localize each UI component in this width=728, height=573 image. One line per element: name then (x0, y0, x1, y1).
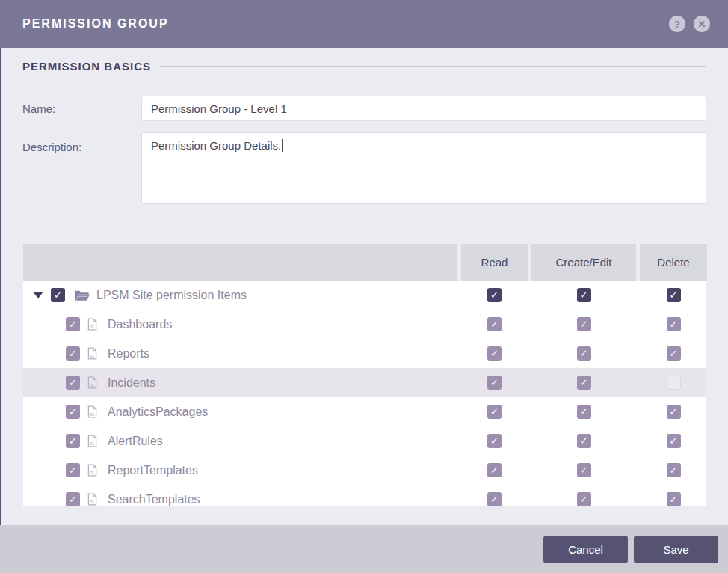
table-row: ✓ LPSM Site permission Items ✓ ✓ ✓ (23, 281, 706, 310)
expand-collapse-icon[interactable] (33, 292, 43, 298)
tree-item-label: LPSM Site permission Items (96, 289, 247, 302)
delete-checkbox[interactable]: ✓ (667, 492, 681, 506)
delete-checkbox[interactable] (667, 376, 681, 390)
create-edit-checkbox[interactable]: ✓ (577, 317, 591, 331)
read-checkbox[interactable]: ✓ (487, 434, 502, 448)
close-icon[interactable]: ✕ (694, 16, 710, 32)
tree-item-label: Dashboards (108, 318, 172, 331)
description-textarea[interactable]: Permission Group Details. (141, 132, 706, 204)
row-select-checkbox[interactable]: ✓ (66, 376, 80, 390)
save-button[interactable]: Save (634, 536, 718, 563)
read-checkbox[interactable]: ✓ (487, 288, 502, 302)
document-icon (87, 347, 97, 360)
cancel-button[interactable]: Cancel (543, 536, 628, 563)
dialog-footer: Cancel Save (0, 525, 728, 573)
row-select-checkbox[interactable]: ✓ (66, 492, 80, 506)
row-select-checkbox[interactable]: ✓ (66, 463, 80, 477)
permission-group-dialog: PERMISSION GROUP ? ✕ PERMISSION BASICS N… (0, 0, 728, 573)
create-edit-checkbox[interactable]: ✓ (577, 405, 591, 419)
dialog-left-border (0, 48, 1, 573)
read-checkbox[interactable]: ✓ (487, 346, 502, 361)
table-row: ✓ Dashboards ✓ ✓ ✓ (23, 310, 706, 339)
delete-checkbox[interactable]: ✓ (667, 434, 681, 448)
read-checkbox[interactable]: ✓ (487, 492, 502, 506)
tree-item-label: AlertRules (108, 435, 163, 448)
delete-checkbox[interactable]: ✓ (667, 346, 681, 361)
document-icon (87, 435, 97, 447)
table-body: ✓ LPSM Site permission Items ✓ ✓ ✓ (23, 281, 706, 506)
permissions-table: Read Create/Edit Delete ✓ LPS (23, 244, 706, 506)
table-header: Read Create/Edit Delete (23, 244, 706, 281)
delete-checkbox[interactable]: ✓ (667, 317, 681, 331)
table-row: ✓ AnalyticsPackages ✓ ✓ ✓ (23, 397, 706, 426)
tree-item-label: Incidents (108, 376, 155, 390)
description-text: Permission Group Details. (151, 139, 281, 152)
read-checkbox[interactable]: ✓ (487, 405, 502, 419)
column-header-tree (23, 244, 457, 281)
create-edit-checkbox[interactable]: ✓ (577, 492, 591, 506)
document-icon (87, 493, 97, 506)
delete-checkbox[interactable]: ✓ (667, 405, 681, 419)
description-label: Description: (22, 141, 81, 153)
create-edit-checkbox[interactable]: ✓ (577, 288, 591, 302)
read-checkbox[interactable]: ✓ (487, 463, 502, 477)
row-select-checkbox[interactable]: ✓ (66, 317, 80, 331)
table-row: ✓ ReportTemplates ✓ ✓ ✓ (23, 456, 706, 485)
table-row: ✓ Reports ✓ ✓ ✓ (23, 339, 706, 368)
delete-checkbox[interactable]: ✓ (667, 288, 681, 302)
tree-item-label: SearchTemplates (108, 493, 200, 506)
table-row: ✓ Incidents ✓ ✓ (23, 368, 706, 397)
section-divider (160, 66, 706, 67)
read-checkbox[interactable]: ✓ (487, 317, 502, 331)
header-actions: ? ✕ (669, 16, 710, 32)
table-row: ✓ SearchTemplates ✓ ✓ ✓ (23, 485, 706, 506)
document-icon (87, 405, 97, 418)
create-edit-checkbox[interactable]: ✓ (577, 376, 591, 390)
column-header-delete: Delete (640, 244, 707, 281)
tree-item-label: AnalyticsPackages (108, 405, 208, 419)
create-edit-checkbox[interactable]: ✓ (577, 463, 591, 477)
help-icon[interactable]: ? (669, 16, 685, 32)
section-title: PERMISSION BASICS (22, 60, 151, 73)
column-header-read: Read (461, 244, 528, 281)
permission-basics-section: PERMISSION BASICS (22, 60, 706, 73)
row-select-checkbox[interactable]: ✓ (51, 288, 65, 302)
text-cursor (282, 139, 283, 152)
column-header-create-edit: Create/Edit (531, 244, 636, 281)
row-select-checkbox[interactable]: ✓ (66, 405, 80, 419)
row-select-checkbox[interactable]: ✓ (66, 346, 80, 361)
create-edit-checkbox[interactable]: ✓ (577, 434, 591, 448)
tree-item-label: Reports (108, 347, 149, 361)
table-row: ✓ AlertRules ✓ ✓ ✓ (23, 426, 706, 456)
tree-item-label: ReportTemplates (108, 464, 198, 477)
dialog-header: PERMISSION GROUP ? ✕ (0, 0, 728, 48)
name-input[interactable] (141, 96, 706, 121)
document-icon (87, 464, 97, 477)
folder-icon (74, 289, 90, 301)
read-checkbox[interactable]: ✓ (487, 376, 502, 390)
document-icon (87, 376, 97, 389)
dialog-title: PERMISSION GROUP (22, 17, 169, 31)
name-label: Name: (22, 102, 55, 115)
create-edit-checkbox[interactable]: ✓ (577, 346, 591, 361)
delete-checkbox[interactable]: ✓ (667, 463, 681, 477)
document-icon (87, 318, 97, 331)
row-select-checkbox[interactable]: ✓ (66, 434, 80, 448)
